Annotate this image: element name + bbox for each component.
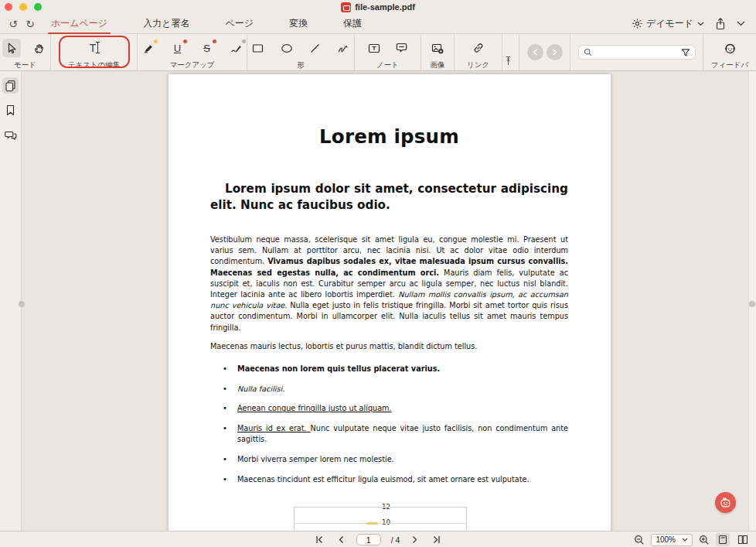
ribbon-tab-row: ↺ ↻ ホームページ 入力と署名 ページ 変換 保護 デイモード — [0, 14, 756, 34]
page-thumbnails-icon — [5, 80, 16, 91]
zoom-in-button[interactable] — [699, 535, 710, 545]
freehand-shape-button[interactable] — [335, 39, 353, 57]
undo-icon[interactable]: ↺ — [5, 18, 22, 30]
previous-page-button[interactable] — [335, 534, 346, 546]
sidebar-resize-handle[interactable] — [19, 301, 25, 307]
sidebar-item-bookmarks[interactable] — [2, 102, 19, 118]
marker-pen-icon — [230, 43, 242, 53]
tab-pages[interactable]: ページ — [223, 14, 255, 33]
underline-button[interactable]: U — [169, 39, 187, 57]
comments-icon — [5, 130, 17, 141]
right-panel-handle[interactable] — [749, 301, 755, 307]
page-number-input[interactable] — [356, 534, 381, 545]
comment-bubble-icon — [396, 43, 407, 53]
comment-note-button[interactable] — [393, 39, 411, 57]
window-title: file-sample.pdf — [355, 2, 415, 12]
group-image-label: 画像 — [431, 60, 445, 70]
insert-image-button[interactable] — [428, 39, 447, 57]
page-total-label: / 4 — [391, 535, 400, 545]
titlebar: file-sample.pdf — [0, 0, 756, 14]
doc-title: Lorem ipsum — [210, 125, 568, 148]
rectangle-shape-button[interactable] — [249, 39, 267, 57]
line-shape-button[interactable] — [306, 39, 325, 57]
clipped-tool-icon — [506, 56, 511, 66]
help-bot-button[interactable] — [715, 492, 736, 513]
text-box-icon — [368, 43, 380, 53]
tab-protect[interactable]: 保護 — [342, 14, 363, 33]
share-icon[interactable] — [715, 18, 726, 30]
day-mode-label: デイモード — [646, 17, 693, 30]
status-bar: / 4 100% — [0, 531, 756, 547]
doc-subtitle: Lorem ipsum dolor sit amet, consectetur … — [210, 181, 568, 213]
zoom-out-button[interactable] — [634, 535, 645, 545]
ellipse-icon — [281, 43, 293, 53]
search-field[interactable] — [578, 45, 696, 60]
group-shapes: 形 — [247, 34, 355, 70]
hand-tool-button[interactable] — [30, 39, 49, 57]
next-result-button[interactable] — [547, 44, 563, 60]
sidebar-item-annotations[interactable] — [2, 127, 19, 143]
squiggly-color-badge — [242, 39, 246, 43]
collapse-toolbar-icon[interactable] — [737, 21, 745, 26]
group-markup-label: マークアップ — [169, 60, 214, 70]
search-icon — [584, 48, 592, 56]
feedback-button[interactable] — [720, 39, 739, 57]
insert-link-button[interactable] — [469, 39, 488, 57]
search-input[interactable] — [595, 48, 678, 56]
scribble-icon — [338, 43, 349, 53]
first-page-button[interactable] — [315, 534, 325, 546]
group-search — [570, 34, 703, 70]
doc-bullet-list: Maecenas non lorem quis tellus placerat … — [210, 364, 568, 485]
list-item: Nulla facilisi. — [210, 384, 568, 395]
day-mode-toggle[interactable]: デイモード — [632, 17, 704, 30]
redo-icon[interactable]: ↻ — [22, 18, 39, 30]
tab-fill-and-sign[interactable]: 入力と署名 — [141, 14, 191, 33]
sidebar-item-thumbnails[interactable] — [2, 77, 19, 94]
embedded-chart: 12 10 — [210, 501, 568, 531]
gridline — [295, 523, 466, 524]
last-page-button[interactable] — [431, 534, 441, 546]
list-item: Mauris id ex erat. Nunc vulputate neque … — [210, 423, 568, 445]
group-text-edit: T テキストの編集 — [51, 34, 138, 70]
pdf-page[interactable]: Lorem ipsum Lorem ipsum dolor sit amet, … — [169, 74, 611, 531]
ellipse-shape-button[interactable] — [278, 39, 296, 57]
support-headset-icon — [724, 42, 737, 55]
group-markup: U S マークアップ — [138, 34, 247, 70]
chart-plot-area — [294, 507, 467, 531]
group-link: リンク — [455, 34, 502, 70]
highlighter-icon — [143, 43, 154, 53]
doc-paragraph-2: Maecenas mauris lectus, lobortis et puru… — [210, 341, 568, 352]
highlight-button[interactable] — [139, 39, 158, 57]
document-viewport[interactable]: Lorem ipsum Lorem ipsum dolor sit amet, … — [22, 71, 748, 531]
text-box-button[interactable] — [365, 39, 383, 57]
group-image: 画像 — [421, 34, 455, 70]
select-tool-button[interactable] — [2, 39, 21, 57]
group-notes: ノート — [355, 34, 421, 70]
sun-icon — [632, 19, 642, 29]
single-page-view-button[interactable] — [716, 533, 730, 546]
robot-icon — [719, 496, 732, 509]
zoom-controls: 100% — [634, 532, 750, 547]
group-notes-label: ノート — [376, 60, 399, 70]
previous-result-button[interactable] — [527, 44, 543, 60]
highlight-color-badge — [154, 39, 158, 43]
group-text-edit-label: テキストの編集 — [68, 60, 121, 70]
zoom-level-select[interactable]: 100% — [651, 534, 693, 546]
chevron-left-icon — [533, 49, 538, 56]
squiggly-button[interactable] — [227, 39, 246, 57]
zoom-level-value: 100% — [656, 535, 676, 544]
tab-home[interactable]: ホームページ — [49, 14, 109, 33]
chart-data-marker — [366, 522, 378, 525]
tab-convert[interactable]: 変換 — [288, 14, 309, 33]
edit-text-button[interactable]: T — [85, 39, 104, 57]
group-mode: モード — [0, 34, 51, 70]
two-page-icon — [737, 535, 748, 545]
strikeout-button[interactable]: S — [198, 39, 216, 57]
filter-funnel-icon[interactable] — [681, 48, 690, 57]
left-sidebar — [0, 71, 22, 531]
two-page-view-button[interactable] — [736, 533, 750, 546]
next-page-button[interactable] — [410, 534, 421, 546]
line-icon — [310, 43, 320, 53]
toolbar: モード T テキストの編集 U S — [0, 34, 756, 71]
strikeout-color-badge — [213, 39, 216, 43]
